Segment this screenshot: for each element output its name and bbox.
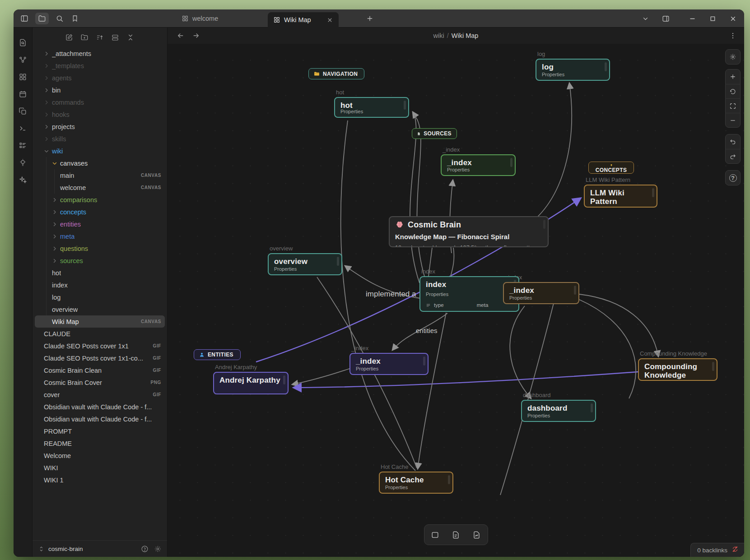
edge[interactable] (579, 294, 658, 356)
tree-item-claude-seo-posts-cover-1x1-co[interactable]: Claude SEO Posts cover 1x1-co...GIF (35, 352, 165, 364)
tree-item-claude[interactable]: CLAUDE (35, 328, 165, 340)
chevron-expanded-icon[interactable] (52, 161, 57, 166)
tree-item-prompt[interactable]: PROMPT (35, 425, 165, 437)
graph-icon[interactable] (18, 55, 28, 65)
tree-item-comparisons[interactable]: comparisons (35, 194, 165, 206)
chevron-collapsed-icon[interactable] (52, 197, 57, 203)
chevron-collapsed-icon[interactable] (44, 75, 49, 81)
vault-switcher[interactable]: cosmic-brain (33, 540, 167, 557)
tree-item-obsidian-vault-with-claude-code-f[interactable]: Obsidian vault with Claude Code - f... (35, 401, 165, 413)
node-properties-label[interactable]: Properties (340, 109, 363, 114)
close-icon[interactable] (729, 14, 737, 23)
breadcrumb-folder[interactable]: wiki (433, 32, 444, 39)
list-icon[interactable] (18, 140, 28, 150)
panel-right-icon[interactable] (661, 14, 670, 23)
node-properties-label[interactable]: Properties (274, 266, 297, 272)
add-note-icon[interactable] (447, 526, 466, 543)
node-properties-label[interactable]: Properties (385, 485, 408, 490)
group-badge-navigation-group[interactable]: NAVIGATION (308, 68, 364, 79)
chevron-collapsed-icon[interactable] (52, 222, 57, 227)
add-media-icon[interactable] (467, 526, 486, 543)
tree-item-meta[interactable]: meta (35, 230, 165, 242)
calendar-icon[interactable] (18, 89, 28, 99)
collapse-all-icon[interactable] (126, 33, 135, 42)
tree-item-hot[interactable]: hot (35, 267, 165, 279)
canvas-node-index-sources[interactable]: _indexProperties (441, 154, 516, 176)
canvas-node-hot-cache[interactable]: Hot CacheProperties (379, 472, 453, 494)
chevron-down-icon[interactable] (641, 14, 649, 23)
undo-icon[interactable] (725, 134, 741, 149)
tree-item-hooks[interactable]: hooks (35, 108, 165, 120)
chevron-collapsed-icon[interactable] (52, 209, 57, 215)
edge[interactable] (293, 372, 638, 388)
group-badge-sources-group[interactable]: SOURCES (412, 128, 457, 139)
edge[interactable] (526, 83, 572, 226)
tree-item-wiki[interactable]: wiki (35, 145, 165, 157)
canvas-node-index-meta[interactable]: _indexProperties (503, 282, 579, 304)
canvas-node-llm-wiki-pattern[interactable]: LLM Wiki Pattern (584, 185, 657, 208)
node-properties-label[interactable]: Properties (542, 72, 564, 77)
sort-icon[interactable] (96, 33, 104, 42)
terminal-icon[interactable] (18, 123, 28, 133)
zoom-out-icon[interactable] (725, 113, 741, 127)
node-properties-label[interactable]: Properties (527, 413, 550, 418)
tree-item-log[interactable]: log (35, 291, 165, 303)
canvas-node-dashboard[interactable]: dashboardProperties (521, 400, 596, 422)
search-icon[interactable] (55, 14, 64, 23)
minimize-icon[interactable] (688, 14, 696, 23)
chevron-collapsed-icon[interactable] (52, 258, 57, 264)
tree-item-readme[interactable]: README (35, 437, 165, 449)
breadcrumb-file[interactable]: Wiki Map (452, 32, 479, 39)
tree-item-entities[interactable]: entities (35, 218, 165, 230)
reset-view-icon[interactable] (725, 84, 741, 98)
edge[interactable] (415, 116, 427, 285)
node-properties-label[interactable]: Properties (509, 295, 532, 301)
tree-item-skills[interactable]: skills (35, 133, 165, 145)
tree-item-wiki-1[interactable]: WIKI 1 (35, 474, 165, 486)
tree-item-overview[interactable]: overview (35, 303, 165, 315)
canvas-node-andrej-karpathy[interactable]: Andrej Karpathy (213, 372, 289, 394)
canvas-node-overview[interactable]: overviewProperties (268, 253, 342, 275)
node-properties-label[interactable]: Properties (426, 292, 448, 297)
back-icon[interactable] (177, 32, 185, 40)
tree-item-welcome[interactable]: Welcome (35, 449, 165, 462)
chevron-collapsed-icon[interactable] (52, 234, 57, 239)
zoom-in-icon[interactable] (725, 69, 741, 84)
new-tab-icon[interactable] (365, 14, 374, 23)
canvas-node-hot[interactable]: hotProperties (334, 97, 409, 118)
forward-icon[interactable] (192, 32, 200, 40)
tree-item-cosmic-brain-clean[interactable]: Cosmic Brain CleanGIF (35, 364, 165, 376)
tree-item-sources[interactable]: sources (35, 255, 165, 267)
canvas-node-log[interactable]: logProperties (536, 59, 610, 81)
tab-welcome[interactable]: welcome (182, 9, 218, 28)
copy-icon[interactable] (18, 106, 28, 116)
panel-left-icon[interactable] (20, 14, 29, 23)
chevron-expanded-icon[interactable] (44, 148, 49, 154)
tree-item-cover[interactable]: coverGIF (35, 389, 165, 401)
edge[interactable] (510, 306, 531, 398)
sparkles-icon[interactable] (18, 175, 28, 185)
tree-item-agents[interactable]: agents (35, 72, 165, 84)
tree-item-index[interactable]: index (35, 279, 165, 291)
tree-item-attachments[interactable]: _attachments (35, 47, 165, 60)
tree-item-obsidian-vault-with-claude-code-f[interactable]: Obsidian vault with Claude Code - f... (35, 413, 165, 425)
chevron-collapsed-icon[interactable] (44, 51, 49, 56)
new-note-icon[interactable] (65, 33, 74, 42)
chevron-collapsed-icon[interactable] (44, 112, 49, 117)
file-search-icon[interactable] (18, 37, 28, 47)
edge[interactable] (579, 300, 636, 398)
tree-item-claude-seo-posts-cover-1x1[interactable]: Claude SEO Posts cover 1x1GIF (35, 340, 165, 352)
node-properties-label[interactable]: Properties (356, 366, 378, 371)
backlinks-count[interactable]: 0 backlinks (697, 547, 727, 554)
lightbulb-icon[interactable] (18, 157, 28, 167)
add-card-icon[interactable] (426, 526, 445, 543)
tree-item-commands[interactable]: commands (35, 96, 165, 108)
tree-item-concepts[interactable]: concepts (35, 206, 165, 218)
tree-item-projects[interactable]: projects (35, 120, 165, 133)
redo-icon[interactable] (725, 149, 741, 163)
new-folder-icon[interactable] (80, 33, 89, 42)
more-options-icon[interactable] (729, 32, 737, 40)
help-icon[interactable]: ? (725, 171, 741, 185)
group-badge-entities-group[interactable]: ENTITIES (194, 349, 241, 360)
settings-gear-icon[interactable] (154, 545, 162, 553)
